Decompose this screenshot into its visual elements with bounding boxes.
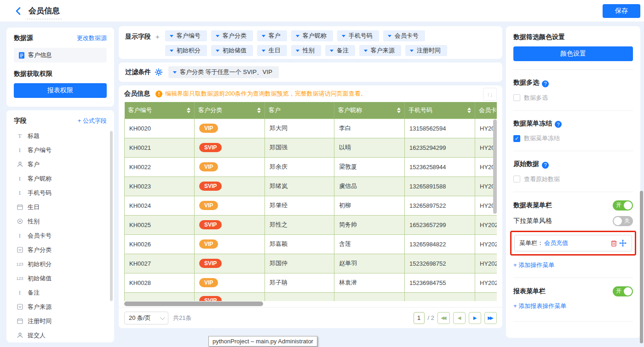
checkbox[interactable] xyxy=(513,176,520,182)
save-button[interactable]: 保存 xyxy=(603,4,640,18)
display-field-tag-初始积分[interactable]: 初始积分 xyxy=(165,45,207,56)
field-item-手机号码[interactable]: I手机号码 xyxy=(14,186,107,200)
field-item-label: 初始积分 xyxy=(28,260,52,268)
column-label: 客户昵称 xyxy=(338,106,362,114)
field-item-客户昵称[interactable]: I客户昵称 xyxy=(14,171,107,186)
report-permission-button[interactable]: 报表权限 xyxy=(14,83,107,98)
field-item-会员卡号[interactable]: I会员卡号 xyxy=(14,228,107,243)
display-field-tag-手机号码[interactable]: 手机号码 xyxy=(337,30,379,41)
delete-icon[interactable] xyxy=(610,239,618,247)
menu-freeze-checkbox-label: 数据菜单冻结 xyxy=(524,134,560,142)
text-icon: I xyxy=(16,175,24,182)
table-vertical-scrollbar[interactable] xyxy=(493,119,497,214)
page-scrollbar[interactable] xyxy=(640,191,643,343)
warning-icon: ! xyxy=(155,91,162,97)
checkbox[interactable]: ✓ xyxy=(513,135,520,142)
display-field-tag-客户编号[interactable]: 客户编号 xyxy=(165,30,207,41)
toggle-off-label: 关 xyxy=(624,217,630,225)
current-page-input[interactable]: 1 xyxy=(414,312,425,324)
field-item-客户分类[interactable]: 客户分类 xyxy=(14,243,107,257)
field-item-注册时间[interactable]: 注册时间 xyxy=(14,314,107,328)
sort-icon[interactable] xyxy=(397,108,401,113)
field-item-备注[interactable]: I备注 xyxy=(14,285,107,300)
column-header-客户昵称[interactable]: 客户昵称 xyxy=(334,102,405,119)
sort-icon[interactable] xyxy=(257,108,261,113)
display-field-tag-初始储值[interactable]: 初始储值 xyxy=(211,45,253,56)
add-report-menu-link[interactable]: + 添加报表操作菜单 xyxy=(513,302,566,310)
page-size-select[interactable]: 20 条/页 xyxy=(124,312,168,324)
field-item-label: 客户来源 xyxy=(28,303,52,311)
help-icon[interactable]: ? xyxy=(542,80,549,87)
sort-icon[interactable] xyxy=(467,108,471,113)
field-item-客户来源[interactable]: 客户来源 xyxy=(14,300,107,314)
table-menu-bar-toggle[interactable]: 开 xyxy=(613,200,633,210)
datasource-item[interactable]: 客户信息 xyxy=(14,48,107,63)
move-icon[interactable] xyxy=(619,239,627,247)
back-icon[interactable] xyxy=(14,6,23,16)
column-header-客户[interactable]: 客户 xyxy=(265,102,334,119)
last-page-button[interactable]: ▶▶ xyxy=(484,312,497,324)
sort-order-button[interactable]: ↑↓ xyxy=(483,88,497,101)
multi-select-checkbox-label: 数据多选 xyxy=(524,94,548,102)
field-item-客户[interactable]: 客户 xyxy=(14,157,107,171)
dropdown-style-toggle[interactable]: 关 xyxy=(613,216,633,226)
change-datasource-link[interactable]: 更改数据源 xyxy=(77,34,107,42)
gear-icon[interactable] xyxy=(155,68,163,76)
field-item-标题[interactable]: T标题 xyxy=(14,129,107,143)
column-header-客户编号[interactable]: 客户编号 xyxy=(125,102,195,119)
divider xyxy=(513,110,633,111)
field-item-客户编号[interactable]: I客户编号 xyxy=(14,143,107,157)
chevron-down-icon xyxy=(296,50,299,52)
field-item-提交人[interactable]: 提交人 xyxy=(14,328,107,342)
category-badge: VIP xyxy=(199,162,218,171)
display-field-tag-客户分类[interactable]: 客户分类 xyxy=(211,30,253,41)
menu-item-name[interactable]: 会员充值 xyxy=(544,239,568,247)
formula-field-link[interactable]: + 公式字段 xyxy=(78,117,107,125)
dropdown-style-title: 下拉菜单风格 xyxy=(513,217,552,225)
display-field-tag-备注[interactable]: 备注 xyxy=(325,45,355,56)
display-field-tag-生日[interactable]: 生日 xyxy=(257,45,287,56)
datasource-title: 数据源 xyxy=(14,34,33,42)
display-field-tag-客户昵称[interactable]: 客户昵称 xyxy=(291,30,333,41)
chevron-down-icon xyxy=(160,314,165,319)
raw-data-checkbox-row[interactable]: 查看原始数据 xyxy=(513,175,633,183)
table-cell: 虞信品 xyxy=(334,176,405,196)
color-settings-button[interactable]: 颜色设置 xyxy=(513,46,633,61)
report-menu-bar-title: 报表菜单栏 xyxy=(513,287,546,296)
column-label: 手机号码 xyxy=(408,106,432,114)
toggle-knob xyxy=(624,287,632,296)
help-icon[interactable]: ? xyxy=(555,121,562,128)
display-field-tag-性别[interactable]: 性别 xyxy=(291,45,321,56)
field-item-初始积分[interactable]: 123初始积分 xyxy=(14,257,107,271)
sort-icon[interactable] xyxy=(187,108,190,113)
display-field-tag-客户来源[interactable]: 客户来源 xyxy=(359,45,401,56)
display-field-tag-客户[interactable]: 客户 xyxy=(257,30,287,41)
column-header-手机号码[interactable]: 手机号码 xyxy=(405,102,475,119)
table-cell: KH0022 xyxy=(125,157,195,176)
menu-freeze-checkbox-row[interactable]: ✓ 数据菜单冻结 xyxy=(513,134,633,142)
filter-condition-tag[interactable]: 客户分类 等于任意一个 SVIP、VIP xyxy=(168,66,279,78)
add-action-menu-link[interactable]: + 添加操作菜单 xyxy=(513,261,554,269)
column-header-客户分类[interactable]: 客户分类 xyxy=(195,102,265,119)
checkbox[interactable] xyxy=(513,94,520,101)
field-item-生日[interactable]: 生日 xyxy=(14,200,107,214)
chevron-down-icon xyxy=(173,71,177,74)
menu-bar-item[interactable]: 菜单栏： 会员充值 xyxy=(514,235,632,251)
prev-page-button[interactable]: ◀ xyxy=(453,312,466,324)
fields-scrollbar[interactable] xyxy=(110,131,113,301)
first-page-button[interactable]: ◀◀ xyxy=(437,312,450,324)
preview-warning: ! 编辑界面只取数据源前200条作为查询数据预览，完整数据请访问页面查看。 xyxy=(155,90,367,98)
display-field-tag-注册时间[interactable]: 注册时间 xyxy=(405,45,447,56)
page-title[interactable]: 会员信息 xyxy=(27,6,62,19)
field-item-初始储值[interactable]: 123初始储值 xyxy=(14,271,107,285)
field-item-性别[interactable]: 性别 xyxy=(14,214,107,228)
report-menu-bar-toggle[interactable]: 开 xyxy=(613,286,633,296)
table-cell: 郑性之 xyxy=(265,215,334,234)
column-header-会员卡号[interactable]: 会员卡号 xyxy=(475,102,497,119)
display-field-tag-会员卡号[interactable]: 会员卡号 xyxy=(383,30,425,41)
table-horizontal-scrollbar[interactable] xyxy=(124,301,263,306)
add-display-field-button[interactable]: + xyxy=(155,33,160,55)
help-icon[interactable]: ? xyxy=(542,162,549,169)
multi-select-checkbox-row[interactable]: 数据多选 xyxy=(513,94,633,102)
next-page-button[interactable]: ▶ xyxy=(469,312,481,324)
